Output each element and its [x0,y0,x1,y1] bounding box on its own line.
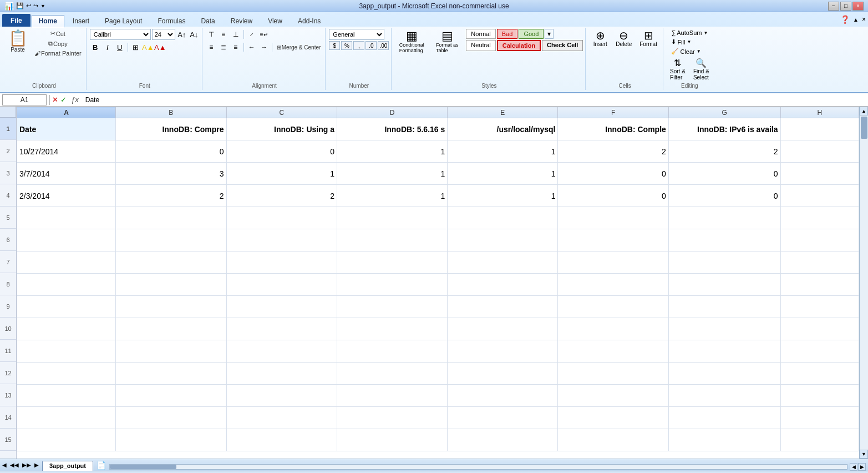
table-cell[interactable] [780,185,859,207]
table-cell[interactable]: InnoDB: 5.6.16 s [337,118,447,140]
angle-text-button[interactable]: ⟋ [246,29,257,40]
table-cell[interactable]: 1 [226,163,337,185]
copy-button[interactable]: ⧉ Copy [32,39,84,48]
table-cell[interactable]: InnoDB: Compre [116,118,226,140]
table-cell[interactable] [780,363,859,385]
sheet-tab-3app-output[interactable]: 3app_output [42,461,93,471]
table-cell[interactable] [780,429,859,451]
neutral-style-button[interactable]: Neutral [466,40,495,51]
row-num-11[interactable]: 11 [0,340,16,362]
table-cell[interactable]: 0 [116,140,226,163]
table-cell[interactable] [17,251,116,274]
clear-dropdown[interactable]: ▼ [697,49,701,54]
tab-addins[interactable]: Add-Ins [291,15,328,27]
close-button[interactable]: × [852,2,864,11]
table-cell[interactable]: 0 [668,163,780,185]
table-cell[interactable]: 1 [337,185,447,207]
ribbon-help-icon[interactable]: ❓ [840,15,850,24]
table-cell[interactable] [448,363,558,385]
table-cell[interactable] [337,318,447,340]
table-cell[interactable] [116,340,226,363]
table-cell[interactable] [448,207,558,229]
table-cell[interactable]: InnoDB: IPv6 is availa [668,118,780,140]
table-cell[interactable]: 1 [448,140,558,163]
row-num-13[interactable]: 13 [0,384,16,406]
italic-button[interactable]: I [102,42,113,53]
table-cell[interactable] [558,207,668,229]
table-cell[interactable] [337,296,447,318]
paste-button[interactable]: 📋 Paste [4,29,31,54]
row-num-5[interactable]: 5 [0,207,16,229]
col-header-c[interactable]: C [226,107,337,118]
vscroll-track[interactable] [860,115,868,450]
table-cell[interactable] [558,318,668,340]
table-cell[interactable]: 2/3/2014 [17,185,116,207]
insert-cells-button[interactable]: ⊕ Insert [589,29,611,48]
good-style-button[interactable]: Good [519,29,544,39]
sort-filter-button[interactable]: ⇅ Sort &Filter [667,57,689,82]
table-cell[interactable] [780,385,859,407]
table-cell[interactable] [337,407,447,429]
table-cell[interactable] [558,296,668,318]
table-cell[interactable] [558,429,668,451]
formula-fx-icon[interactable]: ƒx [69,95,81,104]
format-as-table-button[interactable]: ▤ Format asTable [430,29,464,54]
table-cell[interactable] [226,207,337,229]
table-cell[interactable] [116,207,226,229]
bottom-align-button[interactable]: ⊥ [230,29,241,40]
ribbon-close-icon[interactable]: × [862,16,866,23]
increase-font-button[interactable]: A↑ [176,29,187,40]
table-cell[interactable]: 2 [558,140,668,163]
table-cell[interactable] [17,385,116,407]
table-cell[interactable] [337,363,447,385]
tab-review[interactable]: Review [224,15,260,27]
comma-button[interactable]: , [353,41,364,50]
clear-button[interactable]: 🧹 Clear ▼ [669,47,703,56]
hscroll-left-button[interactable]: ◀ [850,463,857,471]
tab-view[interactable]: View [261,15,290,27]
table-cell[interactable] [668,385,780,407]
table-cell[interactable] [668,407,780,429]
table-cell[interactable] [558,274,668,296]
underline-button[interactable]: U [114,42,125,53]
sheet-nav-prev2[interactable]: ◀◀ [10,462,19,468]
table-cell[interactable] [337,207,447,229]
find-select-button[interactable]: 🔍 Find &Select [690,57,713,82]
wrap-text-button[interactable]: ≡↵ [258,29,270,40]
table-cell[interactable] [337,340,447,363]
decrease-indent-button[interactable]: ← [246,42,257,53]
increase-decimal-button[interactable]: .00 [378,41,389,50]
font-name-select[interactable]: Calibri [90,29,151,40]
formula-confirm-icon[interactable]: ✓ [60,95,67,104]
delete-cells-button[interactable]: ⊖ Delete [612,29,635,48]
decrease-font-button[interactable]: A↓ [189,29,200,40]
table-cell[interactable] [448,296,558,318]
table-cell[interactable] [116,385,226,407]
font-color-button[interactable]: A▲ [155,42,166,53]
table-cell[interactable] [17,296,116,318]
vertical-scrollbar[interactable]: ▲ ▼ [859,107,868,459]
table-cell[interactable]: 2 [226,185,337,207]
table-cell[interactable] [17,363,116,385]
percent-button[interactable]: % [341,41,352,50]
row-num-15[interactable]: 15 [0,429,16,451]
sheet-nav-next[interactable]: ▶ [34,462,39,468]
table-cell[interactable] [780,318,859,340]
row-num-3[interactable]: 3 [0,162,16,184]
align-left-button[interactable]: ≡ [206,42,217,53]
table-cell[interactable]: 0 [668,185,780,207]
table-cell[interactable]: 1 [337,163,447,185]
table-cell[interactable]: 3 [116,163,226,185]
table-cell[interactable] [226,229,337,251]
tab-page-layout[interactable]: Page Layout [98,15,149,27]
row-num-2[interactable]: 2 [0,140,16,162]
table-cell[interactable] [780,140,859,163]
table-cell[interactable] [448,274,558,296]
table-cell[interactable]: /usr/local/mysql [448,118,558,140]
autosum-dropdown[interactable]: ▼ [703,31,708,36]
hscroll-right-button[interactable]: ▶ [858,463,866,471]
table-cell[interactable] [558,229,668,251]
table-cell[interactable] [337,429,447,451]
table-cell[interactable] [226,340,337,363]
table-cell[interactable] [17,429,116,451]
